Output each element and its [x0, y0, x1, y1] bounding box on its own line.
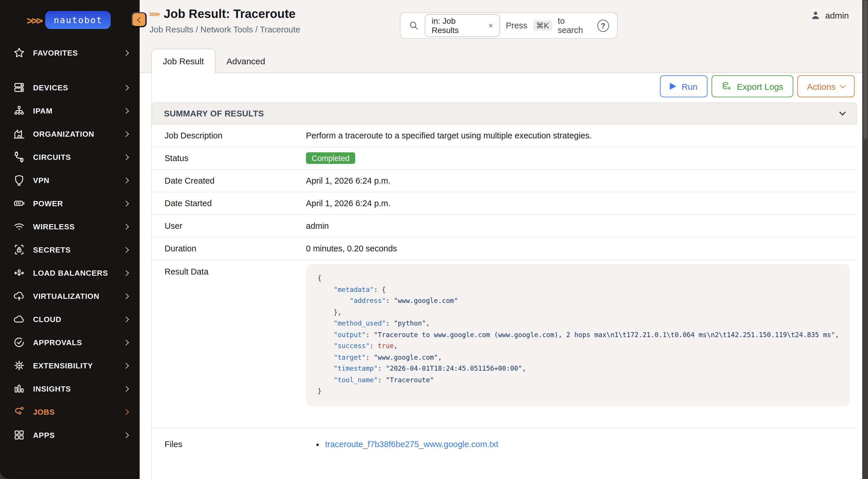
breadcrumb[interactable]: Job Results / Network Tools / Traceroute: [150, 25, 300, 34]
tab-advanced[interactable]: Advanced: [216, 49, 276, 73]
sidebar-item-label: ORGANIZATION: [33, 129, 94, 138]
chevron-right-icon: [123, 386, 129, 391]
table-row-duration: Duration 0 minutes, 0.20 seconds: [152, 237, 857, 260]
sidebar-item-ipam[interactable]: IPAM: [0, 99, 140, 122]
sidebar-item-label: FAVORITES: [33, 49, 78, 57]
play-icon: [670, 83, 676, 90]
sidebar-item-secrets[interactable]: SECRETS: [0, 238, 140, 261]
chevron-right-icon: [123, 270, 129, 276]
sidebar-item-virtualization[interactable]: VIRTUALIZATION: [0, 284, 140, 308]
user-icon: [811, 10, 820, 20]
summary-panel-header[interactable]: SUMMARY OF RESULTS: [152, 102, 857, 125]
nautobot-logo[interactable]: nautobot: [45, 11, 111, 29]
file-link[interactable]: traceroute_f7b38f6be275_www.google.com.t…: [325, 439, 498, 449]
row-label: Status: [152, 154, 306, 163]
search-filter-pill[interactable]: in: Job Results ×: [425, 14, 500, 37]
row-value: April 1, 2026 6:24 p.m.: [306, 176, 857, 185]
search-hint-suffix: to search: [558, 16, 591, 35]
sidebar-collapse-button[interactable]: [131, 12, 147, 27]
global-search-input[interactable]: in: Job Results × Press ⌘K to search ?: [400, 12, 618, 39]
secrets-icon: [13, 243, 26, 256]
sidebar-item-label: INSIGHTS: [33, 384, 71, 393]
page-title: Job Result: Traceroute: [164, 7, 296, 21]
page-head: >>> Job Result: Traceroute Job Results /…: [149, 7, 300, 34]
chevron-right-icon: [123, 50, 129, 56]
vpn-icon: [13, 174, 26, 187]
sidebar-item-label: EXTENSIBILITY: [33, 361, 93, 370]
list-item: traceroute_f7b38f6be275_www.google.com.t…: [325, 439, 857, 449]
result-data-json: { "metadata": { "address": "www.google.c…: [306, 264, 850, 406]
row-value: April 1, 2026 6:24 p.m.: [306, 199, 857, 208]
scrollbar-thumb[interactable]: [863, 0, 867, 139]
sidebar-item-label: VIRTUALIZATION: [33, 292, 99, 300]
code-line: "method_used": "python",: [317, 318, 838, 329]
sidebar-item-jobs[interactable]: JOBS: [0, 400, 140, 423]
sidebar-item-label: IPAM: [33, 106, 53, 115]
table-row-job-description: Job Description Perform a traceroute to …: [152, 125, 857, 147]
user-menu[interactable]: admin: [811, 10, 849, 20]
row-value: 0 minutes, 0.20 seconds: [306, 244, 857, 253]
code-line: {: [317, 273, 838, 284]
export-logs-button[interactable]: Export Logs: [712, 75, 793, 97]
sidebar-item-apps[interactable]: APPS: [0, 423, 140, 447]
help-icon[interactable]: ?: [597, 20, 609, 32]
cmd-k-key: ⌘K: [533, 20, 552, 31]
summary-panel-title: SUMMARY OF RESULTS: [164, 109, 264, 118]
apps-icon: [13, 428, 26, 441]
chevron-right-icon: [123, 108, 129, 114]
load-balancers-icon: [13, 266, 26, 279]
organization-icon: [13, 127, 26, 140]
main-area: >>> Job Result: Traceroute Job Results /…: [140, 0, 862, 479]
row-label: Result Data: [152, 260, 306, 276]
sidebar-item-power[interactable]: POWER: [0, 192, 140, 215]
table-row-user: User admin: [152, 215, 857, 237]
chevron-left-icon: [137, 17, 143, 23]
sidebar-item-extensibility[interactable]: EXTENSIBILITY: [0, 354, 140, 377]
sidebar-item-label: WIRELESS: [33, 222, 75, 231]
collapse-panel-icon[interactable]: [839, 109, 846, 116]
sidebar-item-approvals[interactable]: APPROVALS: [0, 331, 140, 354]
sidebar-item-organization[interactable]: ORGANIZATION: [0, 122, 140, 146]
wireless-icon: [13, 220, 26, 233]
clear-filter-icon[interactable]: ×: [489, 21, 493, 30]
sidebar-item-label: VPN: [33, 176, 50, 185]
row-label: Duration: [152, 244, 306, 253]
cloud-icon: [13, 313, 26, 325]
sidebar-item-label: APPS: [33, 430, 55, 439]
sidebar-item-label: POWER: [33, 199, 63, 207]
sidebar-item-label: DEVICES: [33, 83, 68, 92]
summary-panel: SUMMARY OF RESULTS Job Description Perfo…: [152, 102, 857, 466]
extensibility-icon: [13, 359, 26, 372]
sidebar-item-cloud[interactable]: CLOUD: [0, 308, 140, 331]
tab-job-result[interactable]: Job Result: [151, 49, 216, 73]
tab-bar: Job Result Advanced: [151, 49, 276, 73]
database-export-icon: [721, 81, 732, 92]
sidebar-item-label: APPROVALS: [33, 338, 82, 347]
actions-button[interactable]: Actions: [797, 75, 855, 97]
files-list: traceroute_f7b38f6be275_www.google.com.t…: [306, 439, 857, 449]
ipam-icon: [13, 104, 26, 117]
chevron-right-icon: [123, 224, 129, 229]
code-line: "address": "www.google.com": [317, 295, 838, 307]
sidebar-item-wireless[interactable]: WIRELESS: [0, 215, 140, 238]
content-area: Run Export Logs Actions SUMMARY OF RESUL…: [151, 73, 862, 479]
row-label: Files: [152, 439, 306, 449]
code-line: "target": "www.google.com",: [317, 352, 838, 363]
sidebar-item-label: JOBS: [33, 408, 55, 416]
sidebar-item-load-balancers[interactable]: LOAD BALANCERS: [0, 261, 140, 284]
run-button[interactable]: Run: [660, 75, 707, 97]
search-filter-label: in: Job Results: [432, 16, 483, 35]
brand-chevrons-icon: >>>: [27, 13, 41, 26]
sidebar-item-vpn[interactable]: VPN: [0, 168, 140, 192]
chevron-right-icon: [123, 432, 129, 438]
scrollbar[interactable]: [862, 0, 868, 479]
circuits-icon: [13, 151, 26, 163]
power-icon: [13, 197, 26, 210]
brand[interactable]: >>> nautobot: [0, 11, 140, 29]
sidebar-item-devices[interactable]: DEVICES: [0, 76, 140, 99]
sidebar-item-circuits[interactable]: CIRCUITS: [0, 146, 140, 168]
table-row-status: Status Completed: [152, 147, 857, 170]
sidebar-item-favorites[interactable]: FAVORITES: [0, 41, 140, 64]
sidebar-item-label: LOAD BALANCERS: [33, 268, 108, 277]
sidebar-item-insights[interactable]: INSIGHTS: [0, 377, 140, 400]
